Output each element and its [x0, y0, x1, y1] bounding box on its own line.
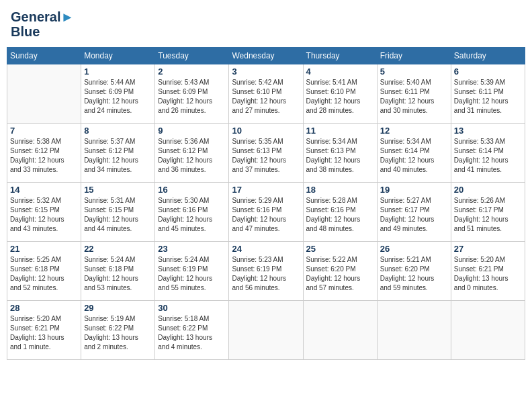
weekday-header: Tuesday — [155, 48, 229, 64]
day-info: Sunrise: 5:39 AMSunset: 6:11 PMDaylight:… — [454, 78, 522, 116]
calendar-cell: 11Sunrise: 5:34 AMSunset: 6:13 PMDayligh… — [303, 124, 377, 183]
calendar-cell: 23Sunrise: 5:24 AMSunset: 6:19 PMDayligh… — [155, 242, 229, 301]
page-header: General►Blue — [7, 7, 525, 42]
weekday-header: Monday — [81, 48, 155, 64]
calendar-cell: 24Sunrise: 5:23 AMSunset: 6:19 PMDayligh… — [229, 242, 303, 301]
day-info: Sunrise: 5:23 AMSunset: 6:19 PMDaylight:… — [232, 255, 300, 293]
calendar-week-row: 1Sunrise: 5:44 AMSunset: 6:09 PMDaylight… — [7, 64, 525, 124]
day-info: Sunrise: 5:37 AMSunset: 6:12 PMDaylight:… — [84, 137, 152, 175]
calendar-cell: 27Sunrise: 5:20 AMSunset: 6:21 PMDayligh… — [451, 242, 525, 301]
calendar-table: SundayMondayTuesdayWednesdayThursdayFrid… — [7, 47, 525, 360]
day-number: 6 — [454, 66, 522, 77]
day-number: 24 — [232, 244, 300, 254]
day-number: 4 — [306, 66, 374, 77]
day-number: 26 — [380, 244, 448, 254]
day-number: 14 — [10, 185, 78, 195]
day-number: 10 — [232, 126, 300, 136]
calendar-cell: 5Sunrise: 5:40 AMSunset: 6:11 PMDaylight… — [377, 64, 451, 124]
day-number: 28 — [10, 303, 78, 313]
day-info: Sunrise: 5:24 AMSunset: 6:19 PMDaylight:… — [158, 255, 226, 293]
day-info: Sunrise: 5:19 AMSunset: 6:22 PMDaylight:… — [84, 314, 152, 352]
calendar-cell: 14Sunrise: 5:32 AMSunset: 6:15 PMDayligh… — [7, 183, 81, 242]
day-number: 20 — [454, 185, 522, 195]
day-info: Sunrise: 5:22 AMSunset: 6:20 PMDaylight:… — [306, 255, 374, 293]
day-info: Sunrise: 5:36 AMSunset: 6:12 PMDaylight:… — [158, 137, 226, 175]
calendar-cell: 17Sunrise: 5:29 AMSunset: 6:16 PMDayligh… — [229, 183, 303, 242]
calendar-cell: 9Sunrise: 5:36 AMSunset: 6:12 PMDaylight… — [155, 124, 229, 183]
calendar-week-row: 7Sunrise: 5:38 AMSunset: 6:12 PMDaylight… — [7, 124, 525, 183]
calendar-cell: 8Sunrise: 5:37 AMSunset: 6:12 PMDaylight… — [81, 124, 155, 183]
day-info: Sunrise: 5:38 AMSunset: 6:12 PMDaylight:… — [10, 137, 78, 175]
calendar-cell — [303, 301, 377, 360]
calendar-cell: 28Sunrise: 5:20 AMSunset: 6:21 PMDayligh… — [7, 301, 81, 360]
day-info: Sunrise: 5:30 AMSunset: 6:16 PMDaylight:… — [158, 196, 226, 234]
calendar-cell: 3Sunrise: 5:42 AMSunset: 6:10 PMDaylight… — [229, 64, 303, 124]
day-info: Sunrise: 5:41 AMSunset: 6:10 PMDaylight:… — [306, 78, 374, 116]
day-info: Sunrise: 5:34 AMSunset: 6:14 PMDaylight:… — [380, 137, 448, 175]
calendar-cell — [7, 64, 81, 124]
calendar-cell: 20Sunrise: 5:26 AMSunset: 6:17 PMDayligh… — [451, 183, 525, 242]
day-number: 5 — [380, 66, 448, 77]
day-number: 23 — [158, 244, 226, 254]
calendar-cell: 30Sunrise: 5:18 AMSunset: 6:22 PMDayligh… — [155, 301, 229, 360]
calendar-cell: 2Sunrise: 5:43 AMSunset: 6:09 PMDaylight… — [155, 64, 229, 124]
day-number: 27 — [454, 244, 522, 254]
logo-text: General►Blue — [11, 9, 74, 39]
day-number: 13 — [454, 126, 522, 136]
day-info: Sunrise: 5:32 AMSunset: 6:15 PMDaylight:… — [10, 196, 78, 234]
day-number: 11 — [306, 126, 374, 136]
day-number: 9 — [158, 126, 226, 136]
day-info: Sunrise: 5:24 AMSunset: 6:18 PMDaylight:… — [84, 255, 152, 293]
logo: General►Blue — [11, 9, 74, 39]
day-number: 18 — [306, 185, 374, 195]
calendar-cell: 13Sunrise: 5:33 AMSunset: 6:14 PMDayligh… — [451, 124, 525, 183]
day-number: 1 — [84, 66, 152, 77]
day-number: 16 — [158, 185, 226, 195]
day-number: 22 — [84, 244, 152, 254]
weekday-header: Saturday — [451, 48, 525, 64]
day-info: Sunrise: 5:43 AMSunset: 6:09 PMDaylight:… — [158, 78, 226, 116]
day-number: 30 — [158, 303, 226, 313]
calendar-cell: 15Sunrise: 5:31 AMSunset: 6:15 PMDayligh… — [81, 183, 155, 242]
calendar-cell: 16Sunrise: 5:30 AMSunset: 6:16 PMDayligh… — [155, 183, 229, 242]
day-info: Sunrise: 5:42 AMSunset: 6:10 PMDaylight:… — [232, 78, 300, 116]
calendar-cell: 21Sunrise: 5:25 AMSunset: 6:18 PMDayligh… — [7, 242, 81, 301]
day-number: 19 — [380, 185, 448, 195]
calendar-cell: 4Sunrise: 5:41 AMSunset: 6:10 PMDaylight… — [303, 64, 377, 124]
day-info: Sunrise: 5:21 AMSunset: 6:20 PMDaylight:… — [380, 255, 448, 293]
calendar-cell: 10Sunrise: 5:35 AMSunset: 6:13 PMDayligh… — [229, 124, 303, 183]
calendar-cell: 29Sunrise: 5:19 AMSunset: 6:22 PMDayligh… — [81, 301, 155, 360]
calendar-week-row: 14Sunrise: 5:32 AMSunset: 6:15 PMDayligh… — [7, 183, 525, 242]
weekday-header-row: SundayMondayTuesdayWednesdayThursdayFrid… — [7, 48, 525, 64]
calendar-cell: 19Sunrise: 5:27 AMSunset: 6:17 PMDayligh… — [377, 183, 451, 242]
day-info: Sunrise: 5:25 AMSunset: 6:18 PMDaylight:… — [10, 255, 78, 293]
day-info: Sunrise: 5:31 AMSunset: 6:15 PMDaylight:… — [84, 196, 152, 234]
day-number: 21 — [10, 244, 78, 254]
day-info: Sunrise: 5:44 AMSunset: 6:09 PMDaylight:… — [84, 78, 152, 116]
calendar-week-row: 21Sunrise: 5:25 AMSunset: 6:18 PMDayligh… — [7, 242, 525, 301]
day-info: Sunrise: 5:35 AMSunset: 6:13 PMDaylight:… — [232, 137, 300, 175]
calendar-cell — [451, 301, 525, 360]
calendar-cell — [229, 301, 303, 360]
day-number: 29 — [84, 303, 152, 313]
day-number: 2 — [158, 66, 226, 77]
weekday-header: Thursday — [303, 48, 377, 64]
day-number: 8 — [84, 126, 152, 136]
calendar-cell: 26Sunrise: 5:21 AMSunset: 6:20 PMDayligh… — [377, 242, 451, 301]
day-number: 12 — [380, 126, 448, 136]
day-number: 7 — [10, 126, 78, 136]
day-info: Sunrise: 5:34 AMSunset: 6:13 PMDaylight:… — [306, 137, 374, 175]
calendar-cell — [377, 301, 451, 360]
day-info: Sunrise: 5:26 AMSunset: 6:17 PMDaylight:… — [454, 196, 522, 234]
calendar-cell: 18Sunrise: 5:28 AMSunset: 6:16 PMDayligh… — [303, 183, 377, 242]
day-info: Sunrise: 5:40 AMSunset: 6:11 PMDaylight:… — [380, 78, 448, 116]
calendar-cell: 1Sunrise: 5:44 AMSunset: 6:09 PMDaylight… — [81, 64, 155, 124]
day-info: Sunrise: 5:27 AMSunset: 6:17 PMDaylight:… — [380, 196, 448, 234]
calendar-cell: 7Sunrise: 5:38 AMSunset: 6:12 PMDaylight… — [7, 124, 81, 183]
day-number: 17 — [232, 185, 300, 195]
calendar-cell: 12Sunrise: 5:34 AMSunset: 6:14 PMDayligh… — [377, 124, 451, 183]
calendar-cell: 25Sunrise: 5:22 AMSunset: 6:20 PMDayligh… — [303, 242, 377, 301]
day-info: Sunrise: 5:29 AMSunset: 6:16 PMDaylight:… — [232, 196, 300, 234]
day-info: Sunrise: 5:20 AMSunset: 6:21 PMDaylight:… — [10, 314, 78, 352]
calendar-cell: 22Sunrise: 5:24 AMSunset: 6:18 PMDayligh… — [81, 242, 155, 301]
